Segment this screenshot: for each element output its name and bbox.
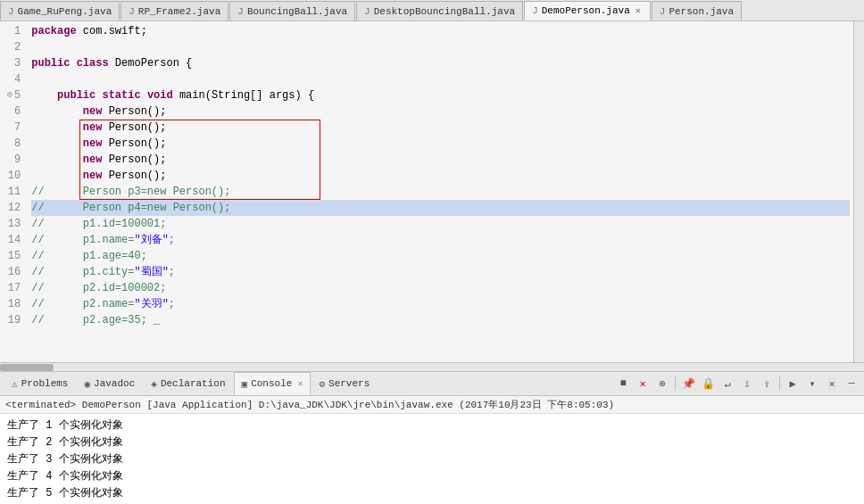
toolbar-scroll2-icon[interactable]: ⇪ (758, 375, 776, 392)
tab-icon-desktop: J (364, 6, 370, 17)
h-scrollbar-thumb[interactable] (0, 364, 54, 371)
code-line-4 (31, 71, 850, 87)
console-body: 生产了 1 个实例化对象 生产了 2 个实例化对象 生产了 3 个实例化对象 生… (0, 414, 864, 504)
toolbar-clear-icon[interactable]: ■ (614, 375, 632, 392)
tab-label-game: Game_RuPeng.java (18, 6, 112, 17)
problems-label: Problems (21, 378, 69, 389)
console-line-2: 生产了 2 个实例化对象 (7, 434, 857, 451)
tab-label-demo: DemoPerson.java (542, 5, 630, 16)
console-title-bar: <terminated> DemoPerson [Java Applicatio… (0, 396, 864, 414)
tab-icon-person: J (660, 6, 666, 17)
servers-icon: ⚙ (319, 378, 325, 390)
bottom-tab-javadoc[interactable]: ◉ Javadoc (76, 372, 143, 395)
declaration-icon: ◈ (151, 378, 157, 390)
console-line-4: 生产了 4 个实例化对象 (7, 468, 857, 485)
bottom-toolbar: ■ ✕ ⊗ 📌 🔒 ↵ ⇩ ⇪ ▶ ▾ ✕ — (614, 375, 860, 392)
code-line-6: new Person(); (31, 103, 850, 120)
code-line-8: new Person(); (31, 136, 850, 152)
tab-icon-rp: J (129, 6, 135, 17)
toolbar-minimize-icon[interactable]: — (843, 375, 860, 392)
tab-icon-game: J (8, 6, 14, 17)
bottom-tab-console[interactable]: ▣ Console ✕ (234, 372, 312, 395)
toolbar-open-icon[interactable]: ▶ (784, 375, 802, 392)
toolbar-sep-1 (675, 376, 676, 391)
console-line-5: 生产了 5 个实例化对象 (7, 485, 857, 502)
problems-icon: ⚠ (12, 378, 18, 390)
console-label: Console (251, 378, 292, 389)
servers-label: Servers (328, 378, 370, 389)
toolbar-close-icon[interactable]: ✕ (823, 375, 841, 392)
horizontal-scrollbar[interactable] (0, 362, 864, 371)
tab-person[interactable]: J Person.java (652, 1, 742, 21)
tab-rp-frame[interactable]: J RP_Frame2.java (120, 1, 228, 21)
tab-icon-demo: J (532, 5, 538, 16)
code-line-19: // p2.age=35; _ (31, 312, 850, 328)
declaration-label: Declaration (161, 378, 226, 389)
code-line-1: package com.swift; (31, 23, 850, 39)
tab-label-bouncing: BouncingBall.java (247, 6, 347, 17)
javadoc-label: Javadoc (94, 378, 135, 389)
toolbar-terminate-icon[interactable]: ⊗ (653, 375, 671, 392)
tab-game[interactable]: J Game_RuPeng.java (0, 1, 120, 21)
bottom-tab-servers[interactable]: ⚙ Servers (311, 372, 378, 395)
console-line-3: 生产了 3 个实例化对象 (7, 451, 857, 468)
console-title: <terminated> DemoPerson [Java Applicatio… (5, 400, 614, 410)
tab-icon-bouncing: J (237, 6, 244, 17)
bottom-tab-declaration[interactable]: ◈ Declaration (143, 372, 233, 395)
h-scrollbar-track (0, 364, 864, 371)
code-line-15: // p1.age=40; (31, 248, 850, 264)
console-line-1: 生产了 1 个实例化对象 (7, 417, 857, 434)
editor-main: 1 2 3 4 ⊙5 6 7 8 9 10 11 12 13 14 15 16 … (0, 21, 864, 371)
tab-label-rp: RP_Frame2.java (138, 6, 220, 17)
code-line-12: // Person p4=new Person(); (31, 200, 850, 216)
console-tab-indicator: ✕ (297, 378, 303, 389)
code-content[interactable]: package com.swift; public class DemoPers… (28, 21, 853, 362)
bottom-tab-problems[interactable]: ⚠ Problems (4, 372, 76, 395)
tab-demo[interactable]: J DemoPerson.java ✕ (524, 1, 651, 21)
bottom-section: <terminated> DemoPerson [Java Applicatio… (0, 396, 864, 504)
console-icon: ▣ (242, 378, 248, 390)
code-line-10: new Person(); (31, 168, 850, 184)
tab-desktop[interactable]: J DesktopBouncingBall.java (356, 1, 523, 21)
editor-scroll: 1 2 3 4 ⊙5 6 7 8 9 10 11 12 13 14 15 16 … (0, 21, 864, 362)
toolbar-wrap-icon[interactable]: ↵ (719, 375, 736, 392)
console-output: 生产了 1 个实例化对象 生产了 2 个实例化对象 生产了 3 个实例化对象 生… (0, 414, 864, 504)
code-line-13: // p1.id=100001; (31, 216, 850, 232)
toolbar-lock-icon[interactable]: 🔒 (699, 375, 717, 392)
tab-label-desktop: DesktopBouncingBall.java (374, 6, 515, 17)
bottom-tab-bar: ⚠ Problems ◉ Javadoc ◈ Declaration ▣ Con… (0, 371, 864, 396)
tab-close-demo[interactable]: ✕ (634, 5, 643, 16)
code-line-2 (31, 39, 850, 55)
code-line-17: // p2.id=100002; (31, 280, 850, 296)
code-line-9: new Person(); (31, 152, 850, 168)
toolbar-menu-icon[interactable]: ▾ (803, 375, 821, 392)
toolbar-pin-icon[interactable]: 📌 (679, 375, 697, 392)
toolbar-scroll-icon[interactable]: ⇩ (738, 375, 756, 392)
code-line-14: // p1.name="刘备"; (31, 232, 850, 248)
vertical-scrollbar[interactable] (853, 21, 864, 362)
code-line-7: new Person(); (31, 120, 850, 136)
tab-bar: J Game_RuPeng.java J RP_Frame2.java J Bo… (0, 0, 864, 21)
toolbar-sep-2 (779, 376, 780, 391)
toolbar-stop-icon[interactable]: ✕ (634, 375, 652, 392)
code-line-11: // Person p3=new Person(); (31, 184, 850, 200)
kw-package: package (31, 23, 76, 39)
code-line-5: public static void main(String[] args) { (31, 87, 850, 103)
code-line-18: // p2.name="关羽"; (31, 296, 850, 312)
tab-label-person: Person.java (669, 6, 734, 17)
tab-bouncing[interactable]: J BouncingBall.java (229, 1, 355, 21)
line-numbers: 1 2 3 4 ⊙5 6 7 8 9 10 11 12 13 14 15 16 … (0, 21, 28, 362)
javadoc-icon: ◉ (84, 378, 90, 390)
code-line-16: // p1.city="蜀国"; (31, 264, 850, 280)
code-line-3: public class DemoPerson { (31, 55, 850, 71)
